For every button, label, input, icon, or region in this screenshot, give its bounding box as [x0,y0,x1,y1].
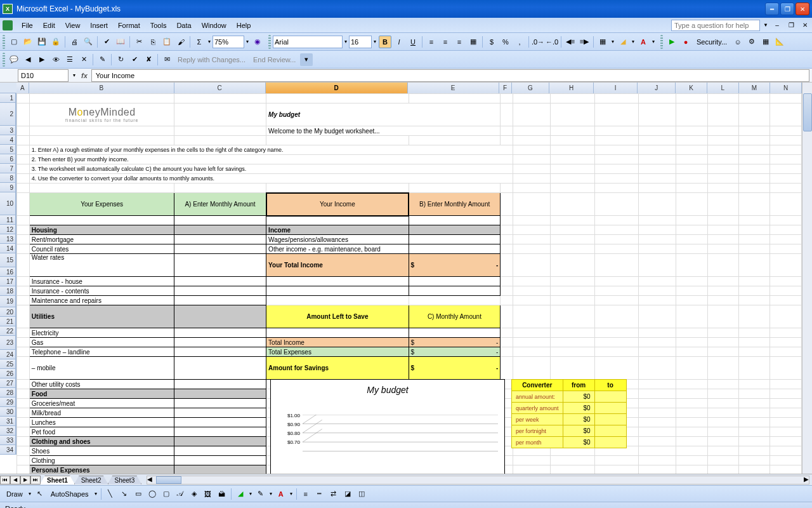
cell-N21[interactable] [770,338,802,347]
col-header-C[interactable]: C [174,83,266,93]
oval-icon[interactable]: ◯ [146,488,159,500]
row-header-33[interactable]: 33 [0,436,16,445]
cell-N8[interactable] [770,174,802,184]
cell-A12[interactable] [17,225,30,235]
row-header-19[interactable]: 19 [0,296,16,307]
help-search-input[interactable] [671,20,760,31]
cell-B16[interactable]: Insurance - house [29,277,174,286]
cell-N16[interactable] [770,277,802,286]
cell-F12[interactable] [501,225,513,235]
cell-L32[interactable] [707,456,738,465]
horizontal-scrollbar[interactable]: ◀ ▶ [147,476,809,485]
cell-K23[interactable] [676,357,707,380]
cell-K25[interactable] [676,389,707,399]
cell-K20[interactable] [676,328,707,338]
cell-B12[interactable]: Housing [29,225,174,235]
cell-H4[interactable] [551,136,594,145]
cell-A23[interactable] [17,357,30,380]
cell-L3[interactable] [707,126,738,136]
help-dropdown-icon[interactable]: ▼ [763,22,769,28]
cell-L9[interactable] [707,184,738,193]
cell-A32[interactable] [17,456,30,465]
cell-N5[interactable] [770,145,802,155]
autoshapes-menu[interactable]: AutoShapes [47,489,93,499]
cell-K10[interactable] [676,193,707,216]
cell-B5[interactable]: 1. Enter A) a rough estimate of your mon… [29,145,513,155]
cell-H13[interactable] [551,235,594,244]
wordart-icon[interactable]: 𝒜 [174,488,187,500]
cell-G4[interactable] [513,136,551,145]
cell-D1[interactable] [266,94,409,104]
cell-C16[interactable] [174,277,266,286]
col-header-H[interactable]: H [549,83,594,93]
cell-C9[interactable] [174,184,266,193]
textbox-icon[interactable]: ▢ [160,488,173,500]
cell-F15[interactable] [501,254,513,277]
cell-M14[interactable] [739,244,770,254]
cell-M2[interactable] [739,104,770,126]
cell-M29[interactable] [739,427,770,437]
cell-M21[interactable] [739,338,770,347]
cell-E16[interactable] [409,277,501,286]
cell-L30[interactable] [707,437,738,446]
menu-tools[interactable]: Tools [145,20,172,31]
cell-J6[interactable] [638,155,676,164]
cell-I10[interactable] [594,193,638,216]
cell-L31[interactable] [707,446,738,456]
cell-F1[interactable] [501,94,513,104]
menu-format[interactable]: Format [113,20,145,31]
cell-J17[interactable] [638,286,676,296]
cell-B7[interactable]: 3. The worksheet will automatically calc… [29,164,513,174]
new-comment-icon[interactable]: 💬 [8,53,20,66]
cell-B21[interactable]: Gas [29,338,174,347]
cell-A4[interactable] [17,136,30,145]
cell-D18[interactable] [266,296,409,305]
cell-E9[interactable] [409,184,501,193]
end-review-button[interactable]: End Review... [249,55,299,65]
security-icon[interactable]: ☺ [731,36,744,48]
cell-N22[interactable] [770,347,802,357]
cell-D13[interactable]: Wages/pensions/allowances [266,235,409,244]
cell-G16[interactable] [513,277,551,286]
row-header-5[interactable]: 5 [0,145,16,154]
decrease-indent-icon[interactable]: ◀≡ [564,36,577,48]
cell-K32[interactable] [676,456,707,465]
cell-H5[interactable] [551,145,594,155]
cell-F2[interactable] [501,104,513,126]
cell-L2[interactable] [707,104,738,126]
cell-A10[interactable] [17,193,30,216]
cell-I3[interactable] [594,126,638,136]
col-header-G[interactable]: G [512,83,550,93]
borders-icon[interactable]: ▦ [596,36,609,48]
cell-A28[interactable] [17,418,30,427]
align-left-icon[interactable]: ≡ [425,36,438,48]
cell-L33[interactable] [707,465,738,474]
cell-A25[interactable] [17,389,30,399]
cell-G2[interactable] [513,104,551,126]
cell-C3[interactable] [174,126,266,136]
cell-N30[interactable] [770,437,802,446]
cell-H14[interactable] [551,244,594,254]
cell-H23[interactable] [551,357,594,380]
cell-G8[interactable] [513,174,551,184]
cell-A27[interactable] [17,408,30,418]
tab-prev-icon[interactable]: ◀ [10,476,20,485]
cell-E11[interactable] [409,216,501,225]
cell-A24[interactable] [17,380,30,389]
autosum-dropdown[interactable]: ▾ [206,39,213,44]
cell-K29[interactable] [676,427,707,437]
cell-N27[interactable] [770,408,802,418]
bold-icon[interactable]: B [379,36,391,48]
select-objects-icon[interactable]: ↖ [34,488,46,500]
cell-H16[interactable] [551,277,594,286]
cell-C26[interactable] [174,399,266,408]
cell-M16[interactable] [739,277,770,286]
cell-N9[interactable] [770,184,802,193]
cell-L6[interactable] [707,155,738,164]
cell-B24[interactable]: Other utility costs [29,380,174,389]
cell-I1[interactable] [594,94,638,104]
cell-B26[interactable]: Groceries/meat [29,399,174,408]
cell-G7[interactable] [513,164,551,174]
font-color-icon[interactable]: A [637,36,650,48]
row-header-30[interactable]: 30 [0,407,16,417]
